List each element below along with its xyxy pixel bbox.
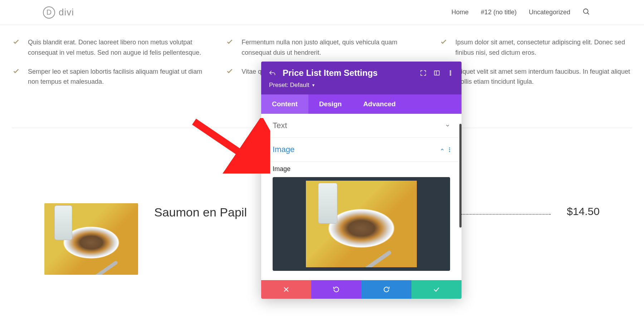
logo-mark-icon: D [43,6,55,19]
image-field: Image [261,162,462,280]
list-item: Ipsum dolor sit amet, consectetur adipis… [440,37,632,58]
chevron-down-icon: ▼ [311,83,315,87]
main-nav: Home #12 (no title) Uncategorized [452,8,590,17]
modal-body: Text Image Image [261,114,462,280]
logo[interactable]: D divi [43,6,74,19]
scrollbar-thumb[interactable] [459,124,462,228]
search-icon[interactable] [582,8,590,17]
modal-header[interactable]: Price List Item Settings Preset: Default… [261,62,462,94]
tab-design[interactable]: Design [308,94,352,114]
blurb-text: Semper leo et sapien lobortis facilisis … [28,67,204,87]
check-icon [12,39,20,58]
svg-point-0 [584,9,588,13]
tab-advanced[interactable]: Advanced [352,94,406,114]
blurb-text: Fermentum nulla non justo aliquet, quis … [241,37,418,58]
preset-selector[interactable]: Preset: Default ▼ [269,82,454,89]
image-upload[interactable] [273,177,450,271]
item-image [44,203,138,275]
svg-point-4 [450,70,451,72]
modal-actions [261,280,462,299]
item-price: $14.50 [567,203,600,218]
section-text[interactable]: Text [261,114,462,138]
preset-label: Preset: Default [269,82,309,89]
nav-home[interactable]: Home [452,9,469,16]
svg-line-1 [587,13,589,14]
field-label: Image [273,165,450,173]
fullscreen-icon[interactable] [420,70,426,76]
redo-button[interactable] [361,280,411,299]
kebab-icon[interactable] [447,70,454,76]
save-button[interactable] [411,280,462,299]
list-item: Fermentum nulla non justo aliquet, quis … [226,37,418,58]
nav-uncategorized[interactable]: Uncategorized [529,9,570,16]
site-header: D divi Home #12 (no title) Uncategorized [0,0,644,25]
section-label: Text [273,121,441,130]
svg-point-6 [450,74,451,75]
logo-text: divi [59,7,74,18]
blurb-text: Aliquet velit sit amet sem interdum fauc… [455,67,632,87]
check-icon [440,39,448,58]
blurb-text: Quis blandit erat. Donec laoreet libero … [28,37,204,58]
section-options-icon[interactable] [449,147,450,152]
settings-modal: Price List Item Settings Preset: Default… [261,62,462,299]
nav-item-12[interactable]: #12 (no title) [481,9,517,16]
svg-rect-2 [434,71,439,75]
chevron-down-icon [445,123,450,128]
blurb-text: Ipsum dolor sit amet, consectetur adipis… [455,37,632,58]
back-icon[interactable] [269,70,275,76]
item-title: Saumon en Papil [154,203,247,219]
image-preview [306,181,417,267]
list-item: Aliquet velit sit amet sem interdum fauc… [440,67,632,87]
list-item: Quis blandit erat. Donec laoreet libero … [12,37,204,58]
modal-title: Price List Item Settings [283,68,413,78]
panel-icon[interactable] [434,70,440,76]
cancel-button[interactable] [261,280,311,299]
modal-tabs: Content Design Advanced [261,94,462,114]
list-item: Semper leo et sapien lobortis facilisis … [12,67,204,87]
check-icon [12,68,20,87]
svg-point-5 [450,73,451,74]
check-icon [226,68,234,79]
chevron-up-icon [440,147,445,152]
undo-button[interactable] [311,280,361,299]
section-label: Image [273,145,435,154]
tab-content[interactable]: Content [261,94,308,114]
check-icon [226,39,234,58]
section-image[interactable]: Image [261,138,462,162]
